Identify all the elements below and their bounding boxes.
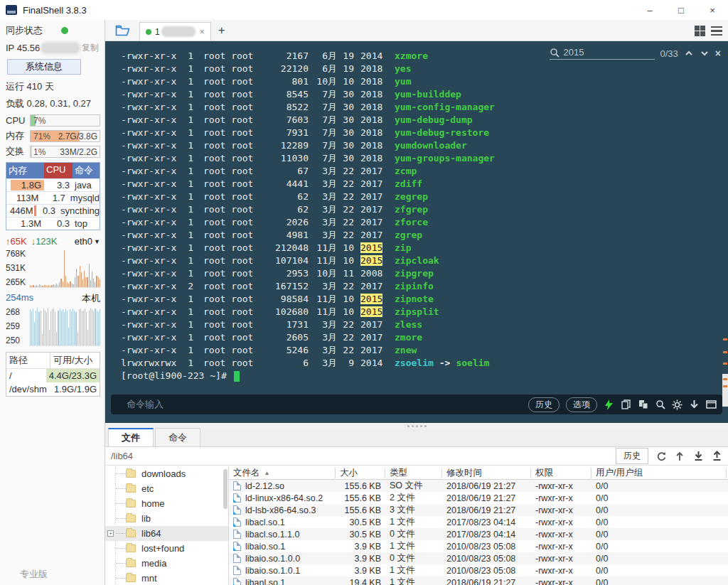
process-row[interactable]: 1.8G3.3java — [6, 178, 100, 191]
process-row[interactable]: 113M1.7mysqld — [6, 191, 100, 204]
path-history-button[interactable]: 历史 — [616, 448, 648, 464]
swap-meter: 交换 1% 33M/2.2G — [6, 145, 100, 158]
network-stats: ↑ 65K ↓ 123K eth0 ▼ — [6, 236, 100, 247]
search-input[interactable]: 2015 — [550, 47, 655, 60]
table-row[interactable]: ld-2.12.so155.6 KBSO 文件2018/06/19 21:27-… — [229, 480, 728, 492]
process-command: java — [73, 179, 100, 191]
graph-bar — [96, 276, 97, 288]
table-row[interactable]: ld-linux-x86-64.so.2155.6 KB2 文件2018/06/… — [229, 492, 728, 504]
download-icon[interactable] — [692, 451, 704, 462]
table-row[interactable]: ld-lsb-x86-64.so.3155.6 KB3 文件2018/06/19… — [229, 504, 728, 516]
tree-item-label: media — [141, 558, 166, 569]
upload-icon[interactable] — [711, 451, 722, 462]
refresh-icon[interactable] — [655, 451, 667, 462]
tab-title-blurred — [163, 28, 194, 36]
disk-col-path: 路径 — [6, 353, 50, 368]
table-row[interactable]: libaio.so.1.0.13.9 KB1 文件2010/08/23 05:0… — [229, 564, 728, 576]
tree-item-mnt[interactable]: mnt — [105, 571, 228, 585]
terminal-prompt: [root@li900-223 ~]# — [121, 370, 714, 382]
expand-icon[interactable]: + — [107, 530, 114, 537]
command-input-bar: 命令输入 历史 选项 — [111, 395, 722, 414]
tree-item-home[interactable]: home — [105, 496, 228, 511]
command-input[interactable]: 命令输入 — [127, 398, 164, 411]
file-permissions: -rwxr-xr-x — [531, 530, 592, 540]
tree-item-downloads[interactable]: downloads — [105, 466, 228, 481]
folder-icon — [126, 530, 136, 537]
maximize-button[interactable]: □ — [665, 0, 697, 20]
layout-grid-icon[interactable] — [695, 26, 705, 36]
search-close-icon[interactable]: × — [715, 48, 721, 59]
system-info-button[interactable]: 系统信息 — [7, 59, 81, 75]
column-header-user-group[interactable]: 用户/用户组 — [592, 468, 727, 478]
new-tab-button[interactable]: + — [218, 23, 225, 38]
tab-close-icon[interactable]: × — [200, 27, 205, 37]
minimize-button[interactable]: – — [634, 0, 665, 20]
tree-scrollbar-thumb[interactable] — [223, 469, 228, 509]
graph-bar — [72, 284, 73, 288]
interface-selector[interactable]: eth0 — [75, 236, 92, 247]
copy-icon[interactable] — [621, 399, 631, 410]
chevron-down-icon[interactable]: ▼ — [94, 238, 100, 245]
table-row[interactable]: libaio.so.13.9 KB1 文件2010/08/23 05:08-rw… — [229, 540, 728, 552]
graph-bar — [44, 285, 45, 287]
process-col-command[interactable]: 命令 — [73, 163, 100, 178]
disk-row[interactable]: /4.4G/23.3G — [6, 369, 100, 382]
options-button[interactable]: 选项 — [566, 397, 597, 412]
graph-bar — [100, 309, 100, 345]
table-row[interactable]: libacl.so.1.1.030.5 KB0 文件2017/08/23 04:… — [229, 528, 728, 540]
search-icon[interactable] — [655, 399, 665, 410]
file-mtime: 2010/08/23 05:08 — [442, 542, 531, 552]
power-bolt-icon[interactable] — [604, 399, 614, 410]
column-header-type[interactable]: 类型 — [385, 468, 442, 478]
file-size: 155.6 KB — [336, 505, 385, 515]
process-col-memory[interactable]: 内存 — [6, 163, 44, 178]
graph-bar — [100, 279, 100, 287]
column-header-mtime[interactable]: 修改时间 — [442, 468, 531, 478]
folder-icon — [126, 544, 136, 552]
parent-directory-icon[interactable] — [674, 451, 685, 462]
tab-commands[interactable]: 命令 — [155, 428, 200, 446]
paste-icon[interactable] — [638, 399, 648, 410]
copy-ip-button[interactable]: 复制 — [82, 42, 99, 54]
file-icon — [233, 554, 241, 563]
tab-files[interactable]: 文件 — [108, 428, 154, 446]
column-header-size[interactable]: 大小 — [336, 468, 385, 478]
process-memory: 1.8G — [6, 179, 44, 191]
terminal-tab[interactable]: 1 × — [139, 22, 211, 41]
file-size: 30.5 KB — [336, 530, 385, 540]
download-arrow-icon[interactable] — [689, 399, 700, 410]
table-row[interactable]: libacl.so.130.5 KB1 文件2017/08/23 04:14-r… — [229, 516, 728, 528]
column-header-filename[interactable]: 文件名 ▲ — [229, 468, 336, 478]
fullscreen-window-icon[interactable] — [706, 399, 717, 410]
process-row[interactable]: 446M0.3syncthing — [6, 204, 100, 217]
tree-item-lost+found[interactable]: lost+found — [105, 541, 228, 556]
history-button[interactable]: 历史 — [528, 397, 560, 412]
tree-item-media[interactable]: media — [105, 556, 228, 571]
disk-row[interactable]: /dev/shm1.9G/1.9G — [6, 382, 100, 396]
process-row[interactable]: 1.3M0.3top — [6, 217, 100, 230]
graph-bar — [46, 312, 47, 345]
load-text: 负载 0.28, 0.31, 0.27 — [6, 97, 100, 110]
gear-icon[interactable] — [672, 399, 682, 410]
search-next-icon[interactable] — [700, 48, 710, 58]
table-row[interactable]: libaio.so.1.0.03.9 KB0 文件2010/08/23 05:0… — [229, 552, 728, 564]
terminal-scrollbar-thumb[interactable] — [722, 374, 728, 407]
tree-item-lib[interactable]: lib — [105, 511, 228, 526]
search-prev-icon[interactable] — [684, 48, 694, 58]
tree-item-etc[interactable]: etc — [105, 481, 228, 496]
file-user-group: 0/0 — [592, 493, 727, 503]
table-row[interactable]: libanl.so.119.4 KB1 文件2018/06/19 21:27-r… — [229, 576, 728, 585]
current-path[interactable]: /lib64 — [111, 451, 133, 461]
close-button[interactable]: × — [697, 0, 728, 20]
connection-manager-folder-icon[interactable] — [112, 21, 134, 38]
file-permissions: -rwxr-xr-x — [531, 517, 592, 527]
column-header-permissions[interactable]: 权限 — [531, 468, 592, 478]
graph-bar — [74, 311, 75, 346]
file-mtime: 2018/06/19 21:27 — [442, 578, 531, 585]
process-col-cpu[interactable]: CPU — [44, 163, 73, 178]
file-mtime: 2018/06/19 21:27 — [442, 505, 531, 515]
hamburger-menu-icon[interactable] — [711, 26, 722, 36]
graph-bar — [55, 312, 55, 345]
tree-item-lib64[interactable]: +lib64 — [105, 526, 228, 541]
terminal-screen[interactable]: -rwxr-xr-x1root root21676月192014xzmore-r… — [105, 41, 728, 423]
